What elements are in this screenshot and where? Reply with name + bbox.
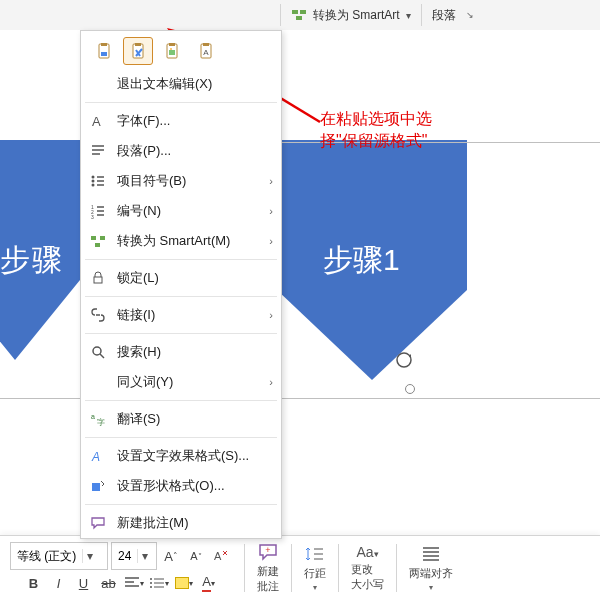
font-color-button[interactable]: A▾ bbox=[198, 572, 220, 594]
svg-point-5 bbox=[397, 353, 411, 367]
svg-rect-35 bbox=[92, 483, 100, 491]
paste-picture[interactable] bbox=[157, 37, 187, 65]
new-comment-button[interactable]: + 新建 批注 bbox=[253, 542, 283, 594]
bold-button[interactable]: B bbox=[23, 572, 45, 594]
paste-options-row: A bbox=[81, 31, 281, 69]
paste-text-only[interactable]: A bbox=[191, 37, 221, 65]
paste-keep-source[interactable] bbox=[123, 37, 153, 65]
justify-icon bbox=[420, 544, 442, 564]
line-spacing-icon bbox=[304, 544, 326, 564]
paragraph-label: 段落 bbox=[432, 7, 456, 24]
svg-rect-28 bbox=[100, 236, 105, 240]
svg-text:a: a bbox=[91, 413, 95, 420]
align-menu[interactable]: ▾ bbox=[123, 572, 145, 594]
menu-numbering[interactable]: 123编号(N)› bbox=[81, 196, 281, 226]
paragraph-icon bbox=[89, 142, 107, 160]
link-icon bbox=[89, 306, 107, 324]
svg-rect-29 bbox=[95, 243, 100, 247]
svg-text:字: 字 bbox=[97, 418, 105, 427]
rotation-handle[interactable] bbox=[394, 350, 414, 370]
highlight-button[interactable]: ▾ bbox=[173, 572, 195, 594]
strike-button[interactable]: ab bbox=[98, 572, 120, 594]
translate-icon: a字 bbox=[89, 410, 107, 428]
svg-point-21 bbox=[92, 176, 95, 179]
svg-point-23 bbox=[92, 184, 95, 187]
svg-rect-9 bbox=[101, 43, 107, 46]
svg-point-39 bbox=[150, 586, 152, 588]
menu-search[interactable]: 搜索(H) bbox=[81, 337, 281, 367]
menu-new-comment[interactable]: 新建批注(M) bbox=[81, 508, 281, 538]
paragraph-group[interactable]: 段落 ↘ bbox=[422, 7, 484, 24]
comment-icon: + bbox=[257, 542, 279, 562]
bullets-icon bbox=[89, 172, 107, 190]
reset-format-button[interactable]: A bbox=[210, 545, 232, 567]
menu-bullets[interactable]: 项目符号(B)› bbox=[81, 166, 281, 196]
step1-text: 步骤1 bbox=[323, 240, 400, 281]
menu-synonyms[interactable]: 同义词(Y)› bbox=[81, 367, 281, 397]
svg-text:A: A bbox=[214, 550, 222, 562]
mini-toolbar: 等线 (正文)▾ 24▾ A˄ A˅ A B I U ab ▾ ▾ ▾ A▾ +… bbox=[0, 535, 600, 600]
step-left-text: 步骤 bbox=[0, 240, 64, 281]
svg-point-16 bbox=[170, 48, 172, 50]
menu-convert-smartart[interactable]: 转换为 SmartArt(M)› bbox=[81, 226, 281, 256]
menu-link[interactable]: 链接(I)› bbox=[81, 300, 281, 330]
menu-shape-format[interactable]: 设置形状格式(O)... bbox=[81, 471, 281, 501]
svg-rect-10 bbox=[101, 52, 107, 56]
convert-smartart-cmd[interactable]: 转换为 SmartArt ▾ bbox=[281, 7, 421, 24]
svg-text:A: A bbox=[92, 114, 101, 129]
callout-annotation: 在粘贴选项中选 择"保留源格式" bbox=[320, 108, 432, 153]
menu-paragraph[interactable]: 段落(P)... bbox=[81, 136, 281, 166]
menu-lock[interactable]: 锁定(L) bbox=[81, 263, 281, 293]
font-size-combo[interactable]: 24▾ bbox=[111, 542, 157, 570]
shape-format-icon bbox=[89, 477, 107, 495]
change-case-button[interactable]: Aa▾ 更改 大小写 bbox=[347, 544, 388, 592]
smartart-icon bbox=[89, 232, 107, 250]
justify-button[interactable]: 两端对齐 ▾ bbox=[405, 544, 457, 592]
text-effect-icon: A bbox=[89, 447, 107, 465]
svg-text:+: + bbox=[265, 545, 270, 555]
shrink-font-button[interactable]: A˅ bbox=[185, 545, 207, 567]
svg-point-38 bbox=[150, 582, 152, 584]
grow-font-button[interactable]: A˄ bbox=[160, 545, 182, 567]
menu-text-effects[interactable]: A设置文字效果格式(S)... bbox=[81, 441, 281, 471]
slide-canvas: 步骤 步骤1 在粘贴选项中选 择"保留源格式" A 退出文本编辑(X) A字体(… bbox=[0, 30, 600, 540]
change-case-icon: Aa▾ bbox=[356, 544, 378, 560]
svg-point-31 bbox=[93, 347, 101, 355]
lock-icon bbox=[89, 269, 107, 287]
underline-button[interactable]: U bbox=[73, 572, 95, 594]
svg-rect-1 bbox=[300, 10, 306, 14]
font-name-combo[interactable]: 等线 (正文)▾ bbox=[10, 542, 108, 570]
line-spacing-button[interactable]: 行距 ▾ bbox=[300, 544, 330, 592]
smartart-icon bbox=[291, 7, 307, 23]
svg-rect-14 bbox=[169, 43, 175, 46]
svg-rect-30 bbox=[94, 277, 102, 283]
selection-dot[interactable] bbox=[405, 384, 415, 394]
svg-rect-12 bbox=[135, 43, 141, 46]
svg-rect-0 bbox=[292, 10, 298, 14]
menu-exit-text-edit[interactable]: 退出文本编辑(X) bbox=[81, 69, 281, 99]
convert-smartart-label: 转换为 SmartArt bbox=[313, 7, 400, 24]
menu-font[interactable]: A字体(F)... bbox=[81, 106, 281, 136]
svg-text:A: A bbox=[203, 48, 209, 57]
svg-point-37 bbox=[150, 578, 152, 580]
list-menu[interactable]: ▾ bbox=[148, 572, 170, 594]
comment-icon bbox=[89, 514, 107, 532]
svg-point-22 bbox=[92, 180, 95, 183]
font-icon: A bbox=[89, 112, 107, 130]
svg-text:A: A bbox=[91, 450, 100, 464]
italic-button[interactable]: I bbox=[48, 572, 70, 594]
svg-rect-15 bbox=[169, 50, 175, 55]
search-icon bbox=[89, 343, 107, 361]
paste-use-destination[interactable] bbox=[89, 37, 119, 65]
numbering-icon: 123 bbox=[89, 202, 107, 220]
svg-rect-18 bbox=[203, 43, 209, 46]
svg-text:3: 3 bbox=[91, 214, 94, 220]
svg-rect-2 bbox=[296, 16, 302, 20]
context-menu: A 退出文本编辑(X) A字体(F)... 段落(P)... 项目符号(B)› … bbox=[80, 30, 282, 539]
ribbon-row: 转换为 SmartArt ▾ 段落 ↘ bbox=[0, 0, 600, 31]
svg-rect-27 bbox=[91, 236, 96, 240]
menu-translate[interactable]: a字翻译(S) bbox=[81, 404, 281, 434]
